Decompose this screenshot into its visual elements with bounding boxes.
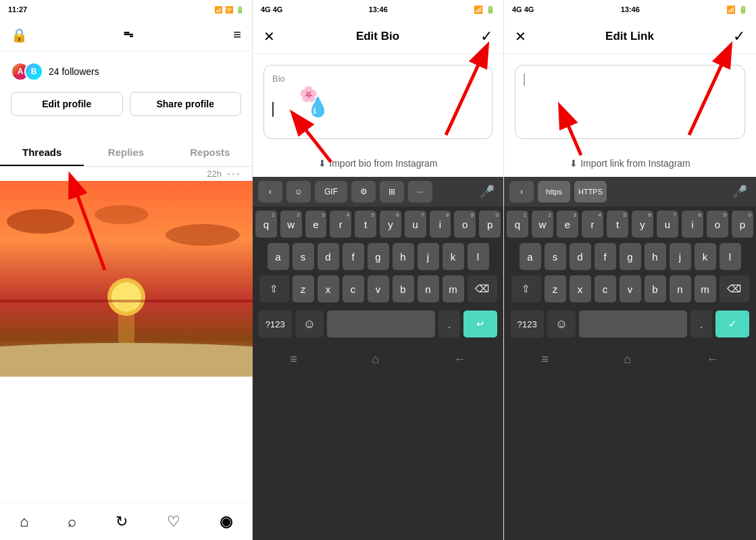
key-s-l[interactable]: s (545, 243, 566, 270)
key-m[interactable]: m (443, 275, 464, 302)
key-dot[interactable]: . (438, 310, 460, 338)
key-b-l[interactable]: b (645, 275, 666, 302)
key-y-l[interactable]: y6 (632, 211, 653, 238)
key-o-l[interactable]: o9 (707, 211, 728, 238)
nav-dark-menu[interactable]: ≡ (290, 352, 297, 367)
key-m-l[interactable]: m (695, 275, 716, 302)
kb-mic-btn-link[interactable]: 🎤 (729, 181, 751, 202)
key-enter-l[interactable]: ✓ (715, 310, 749, 338)
key-q-l[interactable]: q1 (507, 211, 528, 238)
key-h[interactable]: h (393, 243, 414, 270)
key-p-l[interactable]: p0 (732, 211, 753, 238)
key-shift[interactable]: ⇧ (259, 275, 289, 302)
tab-reposts[interactable]: Reposts (168, 138, 252, 166)
import-link[interactable]: ⬇ Import link from Instagram (504, 150, 756, 177)
key-v-l[interactable]: v (620, 275, 641, 302)
key-space[interactable] (327, 310, 435, 338)
confirm-bio-button[interactable]: ✓ (480, 28, 493, 45)
key-b[interactable]: b (393, 275, 414, 302)
key-u[interactable]: u7 (405, 211, 426, 238)
kb-back-btn[interactable]: ‹ (258, 181, 282, 202)
key-g-l[interactable]: g (620, 243, 641, 270)
import-bio[interactable]: ⬇ Import bio from Instagram (253, 150, 503, 177)
key-e[interactable]: e3 (305, 211, 327, 238)
key-delete[interactable]: ⌫ (468, 275, 497, 302)
kb-gif-btn[interactable]: GIF (315, 181, 347, 202)
key-r[interactable]: r4 (330, 211, 351, 238)
edit-profile-button[interactable]: Edit profile (11, 92, 123, 116)
key-g[interactable]: g (368, 243, 389, 270)
key-q[interactable]: q1 (255, 211, 277, 238)
key-j[interactable]: j (418, 243, 439, 270)
key-s[interactable]: s (293, 243, 314, 270)
nav-dark-back-l[interactable]: ← (706, 352, 718, 367)
nav-likes-icon[interactable]: ♡ (167, 513, 180, 531)
tab-replies[interactable]: Replies (84, 138, 168, 166)
key-l[interactable]: l (468, 243, 489, 270)
key-num-l[interactable]: ?123 (511, 310, 544, 338)
key-emoji[interactable]: ☺ (295, 310, 324, 338)
kb-emoji-tool[interactable]: ☺ (286, 181, 311, 202)
key-dot-l[interactable]: . (690, 310, 712, 338)
nav-profile-icon[interactable]: ◉ (220, 513, 232, 531)
key-d[interactable]: d (318, 243, 339, 270)
key-num[interactable]: ?123 (259, 310, 292, 338)
close-link-button[interactable]: ✕ (515, 28, 526, 45)
key-f-l[interactable]: f (595, 243, 616, 270)
share-profile-button[interactable]: Share profile (130, 92, 242, 116)
key-d-l[interactable]: d (570, 243, 591, 270)
key-n[interactable]: n (418, 275, 439, 302)
kb-more-btn[interactable]: ··· (408, 181, 432, 202)
key-n-l[interactable]: n (670, 275, 691, 302)
bio-textarea[interactable]: Bio 🌸 💧 (263, 65, 493, 139)
key-u-l[interactable]: u7 (657, 211, 678, 238)
key-w[interactable]: w2 (280, 211, 302, 238)
key-enter[interactable]: ↵ (463, 310, 497, 338)
kb-settings-btn[interactable]: ⚙ (351, 181, 376, 202)
key-p[interactable]: p0 (479, 211, 501, 238)
nav-dark-back[interactable]: ← (454, 352, 466, 367)
tab-threads[interactable]: Threads (0, 138, 84, 166)
key-w-l[interactable]: w2 (532, 211, 553, 238)
key-o[interactable]: o9 (454, 211, 476, 238)
thread-options[interactable]: ··· (227, 167, 241, 181)
key-x-l[interactable]: x (570, 275, 591, 302)
key-e-l[interactable]: e3 (557, 211, 578, 238)
key-t-l[interactable]: t5 (607, 211, 628, 238)
confirm-link-button[interactable]: ✓ (733, 28, 745, 45)
key-r-l[interactable]: r4 (582, 211, 603, 238)
close-bio-button[interactable]: ✕ (263, 28, 275, 45)
nav-dark-home-l[interactable]: ⌂ (624, 352, 631, 367)
nav-home-icon[interactable]: ⌂ (20, 513, 28, 531)
kb-HTTPS-btn[interactable]: HTTPS (574, 181, 607, 202)
key-j-l[interactable]: j (670, 243, 691, 270)
key-f[interactable]: f (343, 243, 364, 270)
key-delete-l[interactable]: ⌫ (720, 275, 749, 302)
key-l-l[interactable]: l (720, 243, 741, 270)
key-c[interactable]: c (343, 275, 364, 302)
key-i-l[interactable]: i8 (682, 211, 703, 238)
key-shift-l[interactable]: ⇧ (511, 275, 541, 302)
nav-dark-home[interactable]: ⌂ (372, 352, 379, 367)
key-a-l[interactable]: a (520, 243, 541, 270)
key-y[interactable]: y6 (380, 211, 401, 238)
kb-back-btn-link[interactable]: › (509, 181, 534, 202)
key-z-l[interactable]: z (545, 275, 566, 302)
key-x[interactable]: x (318, 275, 339, 302)
key-i[interactable]: i8 (430, 211, 451, 238)
nav-search-icon[interactable]: ⌕ (68, 513, 76, 531)
kb-mic-btn[interactable]: 🎤 (476, 181, 498, 202)
key-emoji-l[interactable]: ☺ (547, 310, 576, 338)
key-v[interactable]: v (368, 275, 389, 302)
kb-https-btn[interactable]: https (538, 181, 570, 202)
link-input[interactable] (515, 65, 745, 139)
key-k-l[interactable]: k (695, 243, 716, 270)
key-space-l[interactable] (579, 310, 687, 338)
key-k[interactable]: k (443, 243, 464, 270)
bio-content[interactable]: 🌸 💧 (272, 89, 484, 130)
kb-translate-btn[interactable]: ⊞ (380, 181, 404, 202)
menu-icon[interactable]: ≡ (233, 27, 241, 43)
nav-activity-icon[interactable]: ↻ (116, 513, 128, 531)
key-t[interactable]: t5 (355, 211, 376, 238)
key-c-l[interactable]: c (595, 275, 616, 302)
